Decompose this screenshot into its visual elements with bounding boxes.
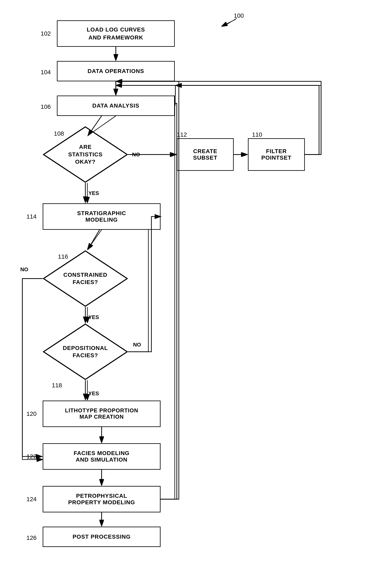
flow-label-no-116b: NO <box>133 342 141 348</box>
label-114: 114 <box>26 213 37 220</box>
diagram-container: 100 <box>0 0 392 574</box>
label-124: 124 <box>26 496 37 503</box>
label-112: 112 <box>177 131 187 138</box>
svg-line-34 <box>224 18 237 26</box>
label-120: 120 <box>26 410 37 417</box>
node-116b: DEPOSITIONALFACIES? <box>43 323 128 380</box>
svg-line-1 <box>221 19 236 26</box>
flow-label-no-116: NO <box>20 266 28 273</box>
node-126: POST PROCESSING <box>43 527 160 547</box>
label-122: 122 <box>26 453 37 460</box>
node-112: CREATESUBSET <box>177 138 234 171</box>
node-102: LOAD LOG CURVESAND FRAMEWORK <box>57 20 175 47</box>
label-100: 100 <box>234 12 244 19</box>
label-116: 116 <box>58 253 68 260</box>
node-110: FILTERPOINTSET <box>248 138 305 171</box>
svg-line-27 <box>88 230 99 250</box>
node-116: CONSTRAINEDFACIES? <box>43 250 128 307</box>
label-102: 102 <box>41 30 51 37</box>
node-104: DATA OPERATIONS <box>57 61 175 81</box>
node-106: DATA ANALYSIS <box>57 96 175 116</box>
flow-label-yes-116: YES <box>88 314 99 320</box>
node-120: LITHOTYPE PROPORTIONMAP CREATION <box>43 401 160 427</box>
flow-label-no-108: NO <box>132 151 140 158</box>
label-126: 126 <box>26 534 37 541</box>
svg-line-8 <box>87 230 102 250</box>
label-110: 110 <box>252 131 262 138</box>
label-118: 118 <box>52 382 62 389</box>
node-124: PETROPHYSICALPROPERTY MODELING <box>43 486 160 512</box>
label-108: 108 <box>54 130 64 137</box>
node-122: FACIES MODELINGAND SIMULATION <box>43 443 160 470</box>
label-104: 104 <box>41 69 51 76</box>
flow-label-yes-108: YES <box>88 190 99 196</box>
label-106: 106 <box>41 103 51 110</box>
flow-label-yes-116b: YES <box>88 390 99 397</box>
node-114: STRATIGRAPHICMODELING <box>43 203 160 230</box>
